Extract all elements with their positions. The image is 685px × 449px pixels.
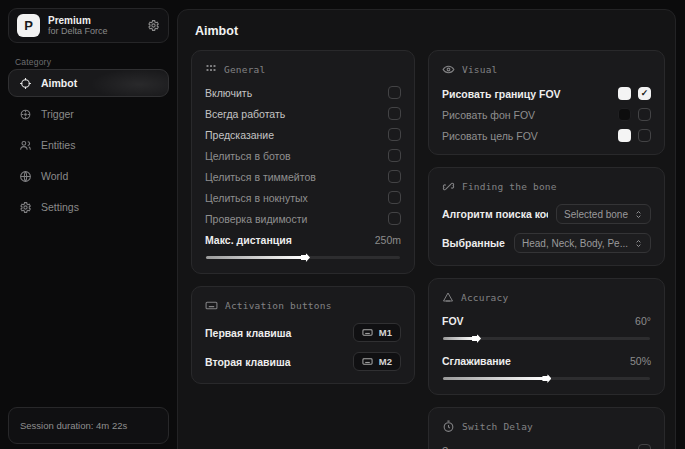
setting-label: Включить	[205, 87, 252, 99]
entities-icon	[19, 139, 32, 152]
setting-row: Предсказание	[205, 128, 401, 141]
selected-bones-select[interactable]: Head, Neck, Body, Pe...	[514, 233, 651, 253]
smoothing-slider-group: Сглаживание 50%	[442, 354, 651, 382]
setting-label: Целиться в тиммейтов	[205, 171, 316, 183]
sidebar-item-label: Trigger	[41, 108, 74, 120]
checkbox[interactable]	[638, 108, 651, 121]
slider-label: FOV	[442, 315, 464, 327]
sidebar-item-aimbot[interactable]: Aimbot	[8, 69, 169, 97]
checkbox[interactable]	[638, 129, 651, 142]
setting-row: Рисовать цель FOV	[442, 129, 651, 142]
sidebar: P Premium for Delta Force Category Aimbo…	[0, 0, 176, 449]
setting-row: Всегда работать	[205, 107, 401, 120]
panel-title: Accuracy	[461, 292, 508, 303]
select-row: Выбранные кости Head, Neck, Body, Pe...	[442, 233, 651, 253]
slider-label: Сглаживание	[442, 355, 511, 367]
sidebar-item-trigger[interactable]: Trigger	[8, 100, 169, 128]
slider-value: 250m	[375, 234, 401, 246]
panel-title: Visual	[462, 64, 498, 75]
setting-row: Включить	[205, 86, 401, 99]
crosshair-icon	[19, 77, 32, 90]
keyboard-icon	[362, 356, 373, 367]
panel-title: Activation buttons	[225, 300, 332, 311]
sidebar-item-world[interactable]: World	[8, 162, 169, 190]
slider-value: 50%	[630, 355, 651, 367]
setting-label: Задержка переключения	[442, 445, 563, 449]
setting-row: Целиться в ботов	[205, 149, 401, 162]
keybind-button-m1[interactable]: M1	[353, 323, 401, 342]
checkbox[interactable]	[388, 170, 401, 183]
checkbox[interactable]	[638, 444, 651, 449]
slider-value: 60°	[635, 315, 651, 327]
panel-finding-bone: Finding the bone Алгоритм поиска кости S…	[428, 167, 665, 266]
color-swatch[interactable]	[618, 108, 631, 121]
session-duration-text: Session duration: 4m 22s	[20, 420, 127, 431]
setting-label: Рисовать фон FOV	[442, 109, 535, 121]
page-title: Aimbot	[195, 24, 665, 38]
checkbox[interactable]	[638, 87, 651, 100]
slider-thumb[interactable]	[472, 334, 481, 343]
sidebar-item-label: Aimbot	[41, 77, 77, 89]
keyboard-icon	[362, 327, 373, 338]
panel-accuracy: Accuracy FOV 60° Сглаживани	[428, 278, 665, 395]
select-label: Алгоритм поиска кости	[442, 208, 548, 220]
bone-algorithm-select[interactable]: Selected bone	[556, 204, 651, 224]
sidebar-item-label: Settings	[41, 201, 79, 213]
world-icon	[19, 170, 32, 183]
select-label: Выбранные кости	[442, 237, 506, 249]
checkbox[interactable]	[388, 107, 401, 120]
setting-row: Рисовать фон FOV	[442, 108, 651, 121]
max-distance-slider[interactable]	[206, 256, 400, 259]
trigger-icon	[19, 108, 32, 121]
category-label: Category	[15, 57, 51, 67]
setting-row: Целиться в нокнутых	[205, 191, 401, 204]
select-value: Head, Neck, Body, Pe...	[522, 238, 628, 249]
setting-row: Задержка переключения	[442, 444, 651, 449]
checkbox[interactable]	[388, 191, 401, 204]
keyboard-icon	[205, 299, 218, 312]
fov-slider-group: FOV 60°	[442, 314, 651, 342]
setting-row: Целиться в тиммейтов	[205, 170, 401, 183]
keybind-row: Вторая клавиша M2	[205, 352, 401, 371]
sidebar-item-entities[interactable]: Entities	[8, 131, 169, 159]
panel-title: Switch Delay	[462, 421, 533, 432]
slider-thumb[interactable]	[301, 253, 310, 262]
session-duration: Session duration: 4m 22s	[8, 407, 169, 444]
setting-label: Всегда работать	[205, 108, 285, 120]
triangle-icon	[442, 291, 454, 303]
bone-icon	[442, 180, 455, 193]
setting-label: Проверка видимости	[205, 213, 307, 225]
brand-text: Premium for Delta Force	[48, 15, 139, 37]
color-swatch[interactable]	[618, 87, 631, 100]
fov-slider[interactable]	[443, 337, 650, 340]
color-swatch[interactable]	[618, 129, 631, 142]
sidebar-item-label: World	[41, 170, 68, 182]
chevron-up-down-icon	[634, 238, 643, 249]
sidebar-item-settings[interactable]: Settings	[8, 193, 169, 221]
setting-label: Целиться в ботов	[205, 150, 291, 162]
checkbox[interactable]	[388, 128, 401, 141]
keybind-value: M2	[379, 356, 392, 367]
setting-label: Предсказание	[205, 129, 274, 141]
brand-subtitle: for Delta Force	[48, 26, 139, 36]
eye-icon	[442, 63, 455, 76]
select-value: Selected bone	[564, 209, 628, 220]
sliders-icon	[205, 63, 217, 75]
brand-card: P Premium for Delta Force	[8, 8, 169, 43]
settings-gear-icon	[19, 201, 32, 214]
gear-icon[interactable]	[147, 19, 160, 32]
slider-label: Макс. дистанция	[205, 234, 292, 246]
panel-title: Finding the bone	[462, 181, 557, 192]
smoothing-slider[interactable]	[443, 377, 650, 380]
panel-general: General Включить Всегда работать Предска…	[191, 50, 415, 274]
chevron-up-down-icon	[634, 209, 643, 220]
main-content: Aimbot General Включить Всегд	[177, 9, 676, 449]
sidebar-nav: Aimbot Trigger Entities World Settings	[8, 69, 169, 221]
select-row: Алгоритм поиска кости Selected bone	[442, 204, 651, 224]
checkbox[interactable]	[388, 149, 401, 162]
slider-thumb[interactable]	[542, 374, 551, 383]
keybind-button-m2[interactable]: M2	[353, 352, 401, 371]
checkbox[interactable]	[388, 86, 401, 99]
checkbox[interactable]	[388, 212, 401, 225]
keybind-value: M1	[379, 327, 392, 338]
